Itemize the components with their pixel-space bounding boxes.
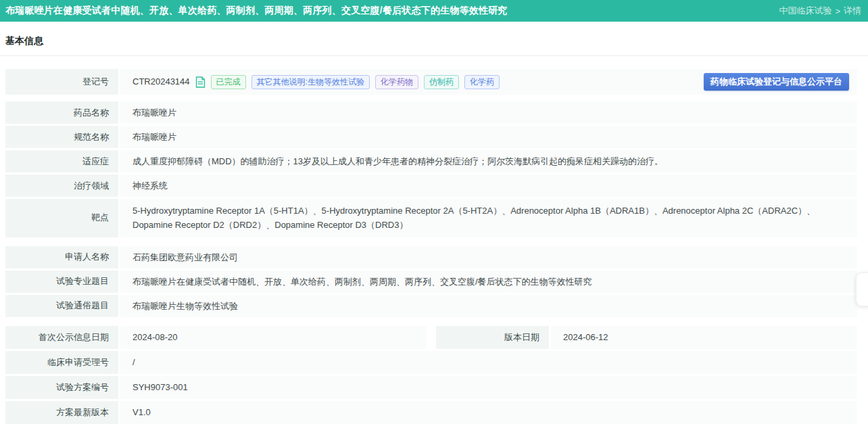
field-value: 2024-06-12 (551, 326, 857, 349)
table-row-dates: 首次公示信息日期 2024-08-20 版本日期 2024-06-12 (5, 326, 857, 349)
field-value: SYH9073-001 (120, 376, 857, 399)
table-row-professional-title: 试验专业题目 布瑞哌唑片在健康受试者中随机、开放、单次给药、两制剂、两周期、两序… (5, 270, 857, 293)
side-drawer-handle[interactable] (856, 273, 868, 306)
field-label: 适应症 (5, 150, 118, 172)
field-value: 神经系统 (120, 174, 857, 197)
field-value: 石药集团欧意药业有限公司 (120, 246, 857, 268)
field-label: 药品名称 (5, 101, 118, 124)
table-row-public-title: 试验通俗题目 布瑞哌唑片生物等效性试验 (5, 295, 857, 317)
platform-link-button[interactable]: 药物临床试验登记与信息公示平台 (704, 73, 849, 91)
field-value: 布瑞哌唑片在健康受试者中随机、开放、单次给药、两制剂、两周期、两序列、交叉空腹/… (120, 270, 857, 293)
field-value: / (120, 351, 857, 374)
generic-drug-badge: 仿制药 (424, 75, 459, 89)
page-header: 布瑞哌唑片在健康受试者中随机、开放、单次给药、两制剂、两周期、两序列、交叉空腹/… (0, 0, 868, 22)
group-dates-protocol: 首次公示信息日期 2024-08-20 版本日期 2024-06-12 临床申请… (5, 326, 857, 424)
field-label: 方案最新版本 (5, 401, 118, 424)
section-title-basic-info: 基本信息 (5, 35, 43, 46)
table-row-therapy-area: 治疗领域 神经系统 (5, 174, 857, 197)
registration-number: CTR20243144 (132, 74, 190, 89)
field-label: 试验通俗题目 (5, 295, 118, 317)
table-row-acceptance-no: 临床申请受理号 / (5, 351, 857, 374)
breadcrumb: 中国临床试验 > 详情 (779, 5, 861, 17)
table-row-protocol-version: 方案最新版本 V1.0 (5, 401, 857, 424)
table-row-target: 靶点 5-Hydroxytryptamine Receptor 1A（5-HT1… (5, 199, 857, 237)
group-trial-titles: 申请人名称 石药集团欧意药业有限公司 试验专业题目 布瑞哌唑片在健康受试者中随机… (5, 246, 857, 317)
field-label: 治疗领域 (5, 174, 118, 197)
field-value: 2024-08-20 (120, 326, 427, 349)
field-value: 5-Hydroxytryptamine Receptor 1A（5-HT1A）、… (120, 199, 857, 237)
group-drug-info: 药品名称 布瑞哌唑片 规范名称 布瑞哌唑片 适应症 成人重度抑郁障碍（MDD）的… (5, 101, 857, 237)
status-badge: 已完成 (211, 75, 246, 89)
field-label: 登记号 (5, 69, 118, 95)
file-text-icon[interactable] (195, 76, 206, 88)
field-value: 布瑞哌唑片 (120, 101, 857, 124)
table-row-standard-name: 规范名称 布瑞哌唑片 (5, 126, 857, 148)
field-value: CTR20243144 已完成 其它其他说明:生物等效性试验 化学药物 仿制药 … (120, 69, 857, 95)
page-title: 布瑞哌唑片在健康受试者中随机、开放、单次给药、两制剂、两周期、两序列、交叉空腹/… (5, 5, 508, 17)
table-row-drug-name: 药品名称 布瑞哌唑片 (5, 101, 857, 124)
field-label: 首次公示信息日期 (5, 326, 118, 349)
field-label: 试验方案编号 (5, 376, 118, 399)
drug-category-badge: 化学药物 (375, 75, 418, 89)
section-head: 基本信息 (0, 22, 868, 56)
table-row-registration: 登记号 CTR20243144 已完成 其它其他说明:生物等效性试验 化学药物 … (5, 69, 857, 95)
table-row-applicant: 申请人名称 石药集团欧意药业有限公司 (5, 246, 857, 268)
breadcrumb-separator: > (835, 6, 840, 16)
basic-info-table: 登记号 CTR20243144 已完成 其它其他说明:生物等效性试验 化学药物 … (5, 69, 857, 424)
field-value: 成人重度抑郁障碍（MDD）的辅助治疗；13岁及以上成人和青少年患者的精神分裂症治… (120, 150, 857, 172)
field-value: V1.0 (120, 401, 857, 424)
breadcrumb-root-link[interactable]: 中国临床试验 (779, 5, 831, 17)
field-value: 布瑞哌唑片生物等效性试验 (120, 295, 857, 317)
trial-type-badge: 其它其他说明:生物等效性试验 (251, 75, 370, 89)
table-row-protocol-no: 试验方案编号 SYH9073-001 (5, 376, 857, 399)
breadcrumb-current: 详情 (844, 5, 861, 17)
field-label: 试验专业题目 (5, 270, 118, 293)
first-publish-date-cell: 首次公示信息日期 2024-08-20 (5, 326, 427, 349)
field-label: 申请人名称 (5, 246, 118, 268)
field-label: 规范名称 (5, 126, 118, 148)
chemical-drug-badge: 化学药 (464, 75, 500, 89)
field-value: 布瑞哌唑片 (120, 126, 857, 148)
group-registration: 登记号 CTR20243144 已完成 其它其他说明:生物等效性试验 化学药物 … (5, 69, 857, 95)
table-row-indication: 适应症 成人重度抑郁障碍（MDD）的辅助治疗；13岁及以上成人和青少年患者的精神… (5, 150, 857, 172)
field-label: 版本日期 (436, 326, 549, 349)
field-label: 靶点 (5, 199, 118, 237)
version-date-cell: 版本日期 2024-06-12 (436, 326, 857, 349)
field-label: 临床申请受理号 (5, 351, 118, 374)
